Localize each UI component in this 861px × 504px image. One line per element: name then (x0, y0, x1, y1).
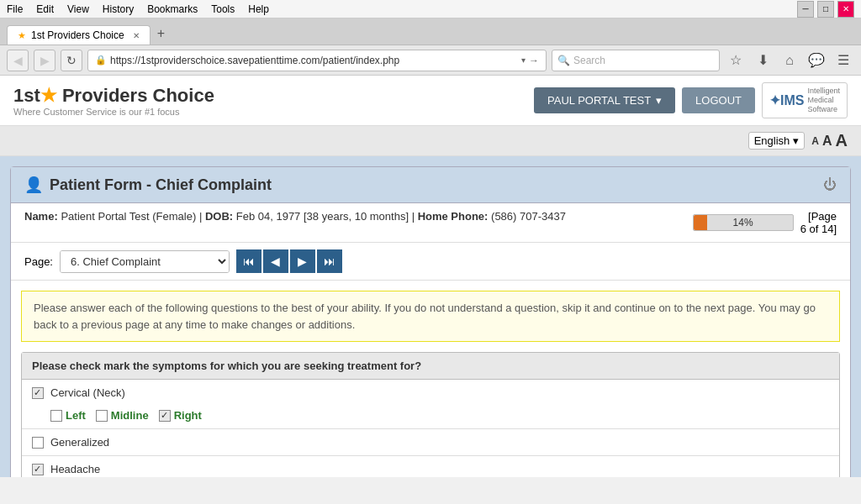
right-label: Right (174, 409, 202, 422)
first-page-button[interactable]: ⏮ (236, 249, 261, 273)
symptom-row-cervical: Cervical (Neck) Left Midline (22, 380, 839, 429)
search-placeholder: Search (573, 55, 605, 66)
patient-name: Patient Portal Test (Female) (61, 210, 196, 223)
main-content: 👤 Patient Form - Chief Complaint ⏻ Name:… (0, 156, 861, 477)
logo-subtitle: Where Customer Service is our #1 focus (13, 107, 534, 117)
form-header: 👤 Patient Form - Chief Complaint ⏻ (11, 167, 850, 203)
symptoms-section: Please check mark the symptoms for which… (21, 352, 840, 477)
font-size-small-button[interactable]: A (811, 135, 819, 147)
dob-value: Feb 04, 1977 (236, 210, 301, 223)
chat-icon[interactable]: 💬 (806, 50, 827, 71)
symptom-cervical: Cervical (Neck) (22, 380, 839, 406)
language-select[interactable]: English ▾ (748, 132, 806, 150)
page-navigation: Page: 6. Chief Complaint ⏮ ◀ ▶ ⏭ (11, 243, 850, 281)
language-bar: English ▾ A A A (0, 126, 861, 156)
font-size-medium-button[interactable]: A (822, 134, 832, 149)
app-header: 1st★ Providers Choice Where Customer Ser… (0, 76, 861, 126)
cervical-label: Cervical (Neck) (50, 386, 125, 399)
menu-history[interactable]: History (103, 3, 134, 15)
phone-label: Home Phone: (418, 210, 489, 223)
generalized-checkbox[interactable] (32, 437, 44, 449)
search-bar[interactable]: 🔍 Search (552, 50, 720, 71)
header-buttons: PAUL PORTAL TEST ▾ LOGOUT ✦IMS Intellige… (534, 82, 848, 118)
tab-title: 1st Providers Choice (31, 29, 124, 41)
instructions-text: Please answer each of the following ques… (34, 302, 816, 331)
portal-dropdown-icon: ▾ (656, 94, 662, 107)
menu-tools[interactable]: Tools (211, 3, 235, 15)
download-icon[interactable]: ⬇ (752, 50, 774, 71)
logout-label: LOGOUT (695, 94, 742, 107)
home-icon[interactable]: ⌂ (779, 50, 800, 71)
right-checkbox[interactable] (159, 410, 171, 422)
sub-option-midline: Midline (96, 409, 149, 422)
page-nav-label: Page: (24, 255, 53, 268)
symptoms-title: Please check mark the symptoms for which… (22, 353, 839, 380)
active-tab[interactable]: ★ 1st Providers Choice ✕ (7, 25, 151, 45)
person-icon: 👤 (24, 176, 43, 194)
language-value: English (754, 134, 790, 147)
reload-button[interactable]: ↻ (61, 50, 82, 71)
separator-2: | (412, 210, 418, 223)
url-go-button[interactable]: → (529, 55, 539, 66)
left-label: Left (66, 409, 86, 422)
menu-bookmarks[interactable]: Bookmarks (147, 3, 198, 15)
form-title-text: Patient Form - Chief Complaint (50, 176, 272, 194)
url-dropdown-icon[interactable]: ▾ (521, 55, 526, 65)
left-checkbox[interactable] (50, 410, 62, 422)
midline-label: Midline (111, 409, 149, 422)
nav-bar: ◀ ▶ ↻ 🔒 https://1stproviderschoice.savep… (0, 45, 861, 76)
sub-option-left: Left (50, 409, 86, 422)
midline-checkbox[interactable] (96, 410, 108, 422)
cervical-suboptions: Left Midline Right (22, 406, 839, 429)
separator-1: | (199, 210, 205, 223)
ims-subtitle: IntelligentMedicalSoftware (807, 87, 840, 113)
progress-bar: 14% (693, 214, 794, 231)
logo-area: 1st★ Providers Choice Where Customer Ser… (13, 85, 534, 117)
name-label: Name: (24, 210, 58, 223)
lock-icon: 🔒 (95, 55, 107, 66)
forward-button[interactable]: ▶ (34, 50, 55, 71)
ims-text: ✦IMS (769, 92, 804, 108)
logout-button[interactable]: LOGOUT (682, 87, 755, 113)
language-dropdown-icon: ▾ (793, 134, 799, 147)
portal-test-button[interactable]: PAUL PORTAL TEST ▾ (534, 87, 675, 113)
logo-star: ★ (40, 85, 57, 106)
page-select[interactable]: 6. Chief Complaint (61, 251, 229, 272)
tab-close-button[interactable]: ✕ (133, 31, 140, 40)
age-value: [38 years, 10 months] (304, 210, 409, 223)
nav-icons: ☆ ⬇ ⌂ 💬 ☰ (725, 50, 854, 71)
menu-help[interactable]: Help (248, 3, 269, 15)
last-page-button[interactable]: ⏭ (317, 249, 342, 273)
url-bar[interactable]: 🔒 https://1stproviderschoice.savepatient… (87, 50, 547, 71)
maximize-button[interactable]: □ (817, 1, 834, 18)
portal-button-label: PAUL PORTAL TEST (547, 94, 651, 107)
phone-value: (586) 707-3437 (491, 210, 566, 223)
page-select-wrap: 6. Chief Complaint (60, 250, 230, 273)
menu-icon[interactable]: ☰ (832, 50, 854, 71)
menu-bar: File Edit View History Bookmarks Tools H… (0, 0, 861, 18)
next-page-button[interactable]: ▶ (290, 249, 315, 273)
page-nav-buttons: ⏮ ◀ ▶ ⏭ (236, 249, 342, 273)
headache-label: Headache (50, 463, 100, 475)
minimize-button[interactable]: ─ (797, 1, 814, 18)
patient-details: Name: Patient Portal Test (Female) | DOB… (24, 210, 689, 223)
new-tab-button[interactable]: + (151, 23, 172, 45)
form-container: 👤 Patient Form - Chief Complaint ⏻ Name:… (10, 166, 851, 477)
font-size-large-button[interactable]: A (836, 131, 848, 150)
search-icon: 🔍 (557, 55, 570, 66)
instructions-box: Please answer each of the following ques… (21, 291, 840, 342)
cervical-checkbox[interactable] (32, 387, 44, 399)
headache-checkbox[interactable] (32, 464, 44, 475)
menu-file[interactable]: File (7, 3, 23, 15)
menu-edit[interactable]: Edit (36, 3, 54, 15)
menu-view[interactable]: View (67, 3, 89, 15)
sub-options-cervical: Left Midline Right (50, 409, 829, 422)
patient-info: Name: Patient Portal Test (Female) | DOB… (11, 203, 850, 243)
back-button[interactable]: ◀ (7, 50, 29, 71)
bookmarks-icon[interactable]: ☆ (725, 50, 747, 71)
generalized-label: Generalized (50, 436, 109, 449)
font-size-controls: A A A (811, 131, 848, 150)
close-button[interactable]: ✕ (837, 1, 854, 18)
power-icon[interactable]: ⏻ (823, 177, 837, 192)
prev-page-button[interactable]: ◀ (263, 249, 288, 273)
